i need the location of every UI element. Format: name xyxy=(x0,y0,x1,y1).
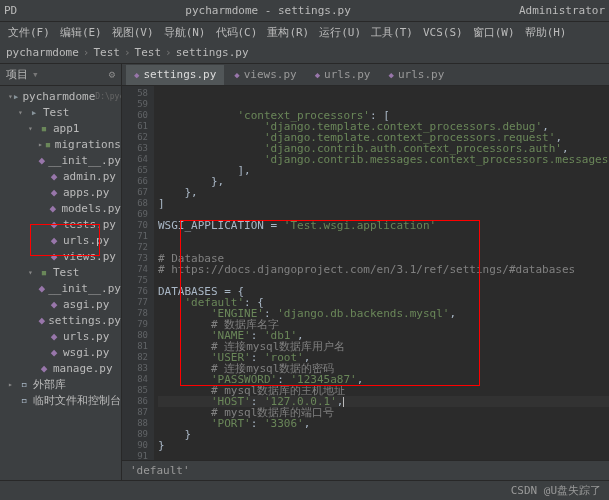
editor-tab[interactable]: ◆views.py xyxy=(226,65,304,85)
sidebar-header: 项目 ▾ ⚙ xyxy=(0,64,121,86)
menu-item[interactable]: 代码(C) xyxy=(212,25,262,40)
editor-tab[interactable]: ◆urls.py xyxy=(307,65,379,85)
python-icon: ◆ xyxy=(134,70,139,80)
menu-item[interactable]: 运行(U) xyxy=(315,25,365,40)
breadcrumb-item[interactable]: Test xyxy=(93,46,120,59)
python-icon: ◆ xyxy=(388,70,393,80)
admin-label: Administrator xyxy=(519,4,605,17)
menu-item[interactable]: 工具(T) xyxy=(367,25,417,40)
tree-node[interactable]: ▫临时文件和控制台 xyxy=(0,392,121,408)
tree-node[interactable]: ◆__init__.py xyxy=(0,152,121,168)
tree-node[interactable]: ▾▸Test xyxy=(0,104,121,120)
editor-tab[interactable]: ◆urls.py xyxy=(380,65,452,85)
statusbar: CSDN @U盘失踪了 xyxy=(0,480,609,500)
project-sidebar: 项目 ▾ ⚙ ▾▸pycharmdome D:\pycharmdome▾▸Tes… xyxy=(0,64,122,480)
tree-node[interactable]: ▾▪Test xyxy=(0,264,121,280)
tree-node[interactable]: ◆urls.py xyxy=(0,232,121,248)
editor-tab[interactable]: ◆settings.py xyxy=(126,65,224,85)
gear-icon[interactable]: ⚙ xyxy=(108,68,115,81)
breadcrumb: pycharmdome›Test›Test›settings.py xyxy=(0,42,609,64)
menu-item[interactable]: 视图(V) xyxy=(108,25,158,40)
breadcrumb-item[interactable]: pycharmdome xyxy=(6,46,79,59)
app-icon: PD xyxy=(4,4,17,17)
menu-item[interactable]: 导航(N) xyxy=(160,25,210,40)
code-text[interactable]: 'context_processors': [ 'django.template… xyxy=(154,86,609,460)
breadcrumb-item[interactable]: Test xyxy=(135,46,162,59)
tree-node[interactable]: ◆settings.py xyxy=(0,312,121,328)
breadcrumb-item[interactable]: settings.py xyxy=(176,46,249,59)
tree-node[interactable]: ◆asgi.py xyxy=(0,296,121,312)
tree-node[interactable]: ◆tests.py xyxy=(0,216,121,232)
editor-area: ◆settings.py◆views.py◆urls.py◆urls.py 58… xyxy=(122,64,609,480)
tree-node[interactable]: ◆admin.py xyxy=(0,168,121,184)
project-title: 项目 xyxy=(6,67,28,82)
tree-node[interactable]: ◆__init__.py xyxy=(0,280,121,296)
tree-node[interactable]: ◆apps.py xyxy=(0,184,121,200)
python-icon: ◆ xyxy=(315,70,320,80)
titlebar: PD pycharmdome - settings.py Administrat… xyxy=(0,0,609,22)
menu-item[interactable]: VCS(S) xyxy=(419,26,467,39)
tree-node[interactable]: ◆views.py xyxy=(0,248,121,264)
tree-node[interactable]: ▾▪app1 xyxy=(0,120,121,136)
menu-item[interactable]: 编辑(E) xyxy=(56,25,106,40)
tree-node[interactable]: ▾▸pycharmdome D:\pycharmdome xyxy=(0,88,121,104)
tree-node[interactable]: ▸▫外部库 xyxy=(0,376,121,392)
code-breadcrumb: 'default' xyxy=(122,460,609,480)
tree-node[interactable]: ▸▪migrations xyxy=(0,136,121,152)
code-breadcrumb-item[interactable]: 'default' xyxy=(130,464,190,477)
code-editor[interactable]: 58 59 60 61 62 63 64 65 66 67 68 69 70 7… xyxy=(122,86,609,460)
menu-item[interactable]: 帮助(H) xyxy=(521,25,571,40)
editor-tabs[interactable]: ◆settings.py◆views.py◆urls.py◆urls.py xyxy=(122,64,609,86)
tree-node[interactable]: ◆manage.py xyxy=(0,360,121,376)
tree-node[interactable]: ◆models.py xyxy=(0,200,121,216)
tree-node[interactable]: ◆urls.py xyxy=(0,328,121,344)
line-gutter: 58 59 60 61 62 63 64 65 66 67 68 69 70 7… xyxy=(122,86,154,460)
python-icon: ◆ xyxy=(234,70,239,80)
status-right: CSDN @U盘失踪了 xyxy=(511,483,601,498)
tree-node[interactable]: ◆wsgi.py xyxy=(0,344,121,360)
menu-item[interactable]: 重构(R) xyxy=(263,25,313,40)
menu-item[interactable]: 窗口(W) xyxy=(469,25,519,40)
menu-item[interactable]: 文件(F) xyxy=(4,25,54,40)
project-tree[interactable]: ▾▸pycharmdome D:\pycharmdome▾▸Test▾▪app1… xyxy=(0,86,121,480)
window-title: pycharmdome - settings.py xyxy=(17,4,519,17)
menubar[interactable]: 文件(F)编辑(E)视图(V)导航(N)代码(C)重构(R)运行(U)工具(T)… xyxy=(0,22,609,42)
